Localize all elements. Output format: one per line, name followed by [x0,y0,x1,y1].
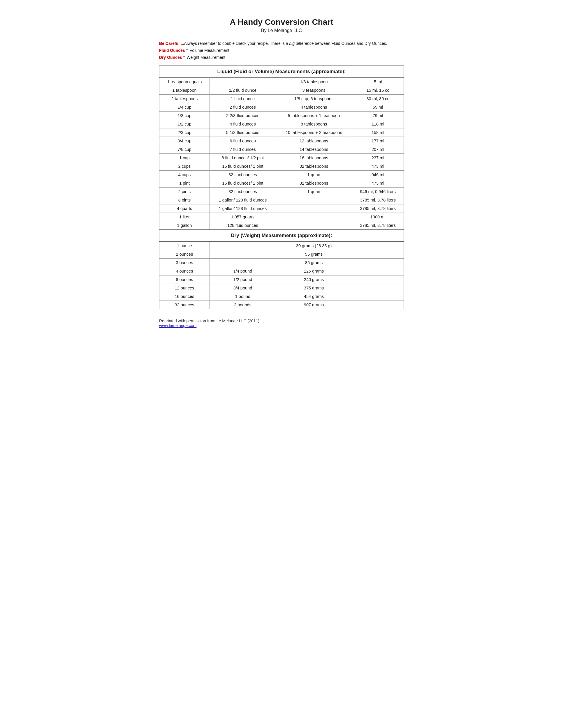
table-cell: 1/3 cup [159,112,210,120]
table-cell: 16 tablespoons [276,154,352,162]
table-cell [352,275,404,284]
fluid-ounces-rest: = Volume Measurement [185,48,229,53]
table-cell: 2/3 cup [159,128,210,137]
footer-text: Reprinted with permission from Le Melang… [159,319,404,323]
table-cell: 3785 ml, 3.78 liters [352,196,404,204]
table-cell: 158 ml [352,128,404,137]
table-cell: 2 fluid ounces [210,103,276,112]
table-cell: 473 ml [352,162,404,171]
table-row: 8 pints1 gallon/ 128 fluid ounces3785 ml… [159,196,404,204]
table-cell: 946 ml [352,171,404,179]
table-cell: 16 ounces [159,292,210,301]
table-cell: 59 ml [352,103,404,112]
table-row: 1/3 cup2 2/3 fluid ounces5 tablespoons +… [159,112,404,120]
table-cell [210,242,276,250]
table-cell: 3/4 cup [159,137,210,145]
table-cell: 7/8 cup [159,145,210,154]
table-row: 3 ounces85 grams [159,259,404,267]
table-cell: 2 pints [159,188,210,196]
table-row: 12 ounces3/4 pound375 grams [159,284,404,292]
table-cell: 8 ounces [159,275,210,284]
table-cell: 1/3 tablespoon [276,78,352,86]
table-cell: 8 fluid ounces/ 1/2 pint [210,154,276,162]
table-cell: 10 tablespoons + 2 teaspoons [276,128,352,137]
table-cell [352,242,404,250]
table-cell: 12 ounces [159,284,210,292]
table-cell: 240 grams [276,275,352,284]
table-cell [352,250,404,259]
notice-text1: Always remember to double check your rec… [184,41,290,46]
table-cell: 32 fluid ounces [210,171,276,179]
table-cell: 16 fluid ounces/ 1 pint [210,179,276,188]
table-cell: 30 ml, 30 cc [352,95,404,103]
dry-ounces-rest: = Weight Measurement [182,55,225,60]
table-row: 2/3 cup5 1/3 fluid ounces10 tablespoons … [159,128,404,137]
table-cell: 128 fluid ounces [210,221,276,230]
liquid-section-header: Liquid (Fluid or Volume) Measurements (a… [159,66,404,78]
table-row: 4 ounces1/4 pound125 grams [159,267,404,275]
table-row: 4 cups32 fluid ounces1 quart946 ml [159,171,404,179]
table-cell: 1 teaspoon equals [159,78,210,86]
conversion-table: Liquid (Fluid or Volume) Measurements (a… [159,66,404,309]
table-cell: 8 pints [159,196,210,204]
table-cell: 1/4 cup [159,103,210,112]
table-cell: 1 liter [159,213,210,221]
footer: Reprinted with permission from Le Melang… [159,319,404,328]
table-cell: 125 grams [276,267,352,275]
table-row: 1 teaspoon equals1/3 tablespoon5 ml [159,78,404,86]
table-cell [276,221,352,230]
table-row: 2 ounces55 grams [159,250,404,259]
table-cell: 3785 ml, 3.78 liters [352,221,404,230]
table-cell: 32 tablespoons [276,179,352,188]
table-cell: 8 tablespoons [276,120,352,128]
dry-ounces-label: Dry Ounces [159,55,182,60]
table-cell: 946 ml, 0.946 liters [352,188,404,196]
table-cell: 3785 ml, 3.78 liters [352,204,404,213]
table-cell: 14 tablespoons [276,145,352,154]
footer-link[interactable]: www.lemelange.com [159,323,196,328]
table-cell: 30 grams (28.35 g) [276,242,352,250]
table-cell [352,292,404,301]
table-cell: 3 ounces [159,259,210,267]
table-cell: 1/4 pound [210,267,276,275]
table-row: 1 ounce30 grams (28.35 g) [159,242,404,250]
table-cell: 32 fluid ounces [210,188,276,196]
table-cell: 7 fluid ounces [210,145,276,154]
table-row: 1/4 cup2 fluid ounces4 tablespoons59 ml [159,103,404,112]
table-cell: 1 quart [276,171,352,179]
table-cell: 177 ml [352,137,404,145]
table-row: 3/4 cup6 fluid ounces12 tablespoons177 m… [159,137,404,145]
table-cell [352,301,404,309]
table-cell: 1 pound [210,292,276,301]
table-row: 4 quarts1 gallon/ 128 fluid ounces3785 m… [159,204,404,213]
table-row: 7/8 cup7 fluid ounces14 tablespoons207 m… [159,145,404,154]
page-title: A Handy Conversion Chart [159,17,404,27]
notice-block: Be Careful....Always remember to double … [159,40,404,61]
table-cell: 5 1/3 fluid ounces [210,128,276,137]
table-cell: 4 cups [159,171,210,179]
table-cell: 1.057 quarts [210,213,276,221]
table-cell: 85 grams [276,259,352,267]
table-cell: 2 2/3 fluid ounces [210,112,276,120]
table-cell: 118 ml [352,120,404,128]
table-cell: 5 ml [352,78,404,86]
table-cell: 1 tablespoon [159,86,210,95]
dry-section-header: Dry (Weight) Measurements (approximate): [159,230,404,242]
table-cell: 1 gallon [159,221,210,230]
page-subtitle: By Le Melange LLC [159,28,404,33]
table-cell: 1/2 cup [159,120,210,128]
table-cell: 1 cup [159,154,210,162]
table-cell: 15 ml, 15 cc [352,86,404,95]
table-cell: 4 fluid ounces [210,120,276,128]
table-cell: 3 teaspoons [276,86,352,95]
table-row: 1 pint16 fluid ounces/ 1 pint32 tablespo… [159,179,404,188]
table-row: 2 tablespoons1 fluid ounce1/8 cup, 6 tea… [159,95,404,103]
table-cell: 375 grams [276,284,352,292]
table-cell: 55 grams [276,250,352,259]
table-cell: 907 grams [276,301,352,309]
table-row: 1 gallon128 fluid ounces3785 ml, 3.78 li… [159,221,404,230]
table-cell: 237 ml [352,154,404,162]
table-cell: 3/4 pound [210,284,276,292]
table-cell: 1 pint [159,179,210,188]
table-cell: 2 ounces [159,250,210,259]
